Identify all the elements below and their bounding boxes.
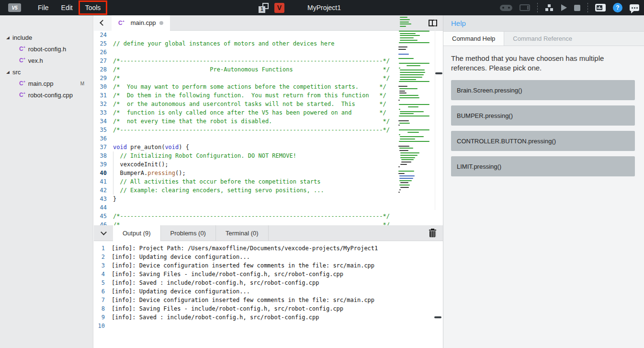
code-line: 46/* */ — [94, 220, 443, 225]
menu-tools[interactable]: Tools — [79, 1, 107, 14]
controller-icon[interactable] — [500, 5, 512, 11]
collapse-panel-button[interactable] — [94, 232, 113, 234]
output-scroll-handle[interactable] — [434, 316, 441, 318]
output-panel: Output (9)Problems (0)Terminal (0) 1[inf… — [94, 225, 443, 348]
code-line: 30/* You may want to perform some action… — [94, 82, 443, 91]
code-text: /*--------------------------------------… — [113, 57, 390, 65]
code-line: 36 — [94, 134, 443, 143]
tab-main-cpp[interactable]: C+ main.cpp — [112, 15, 170, 31]
tab-output[interactable]: Output (9) — [113, 225, 161, 241]
line-number: 27 — [94, 57, 113, 65]
tools-highlight-annotation — [79, 0, 108, 15]
stop-icon[interactable] — [574, 5, 580, 11]
minimap-line — [400, 111, 424, 112]
cpp-file-icon: C+ — [118, 20, 124, 26]
output-line-number: 7 — [94, 296, 112, 304]
disclosure-triangle-icon: ◢ — [6, 35, 10, 40]
code-line: 34/* not every time that the robot is di… — [94, 117, 443, 126]
output-line: 4[info]: Saving Files - include/robot-co… — [94, 270, 443, 278]
code-area[interactable]: 2425// define your global instances of m… — [94, 31, 443, 225]
code-segment: /* Pre-Autonomous Functions */ — [113, 66, 390, 73]
minimap-line — [400, 136, 424, 137]
minimap-line — [399, 88, 417, 89]
run-play-icon[interactable] — [561, 4, 567, 11]
disclosure-triangle-icon: ◢ — [6, 70, 10, 74]
slot-number: 1 — [259, 6, 265, 13]
code-editor: C+ main.cpp 2425// define your global in… — [94, 15, 443, 225]
code-line: 37void pre_auton(void) { — [94, 143, 443, 151]
code-segment: void — [165, 144, 179, 151]
line-number: 33 — [94, 108, 113, 117]
minimap-line — [399, 31, 429, 32]
minimap-line — [399, 123, 410, 124]
code-line: 25// define your global instances of mot… — [94, 39, 443, 48]
reference-option-button[interactable]: Brain.Screen.pressing() — [451, 80, 635, 100]
file-robot-config-h[interactable]: C+robot-config.h — [0, 43, 93, 55]
tab-terminal[interactable]: Terminal (0) — [216, 225, 269, 241]
feedback-chat-icon[interactable] — [630, 4, 639, 11]
folder-include[interactable]: ◢include — [0, 32, 93, 43]
minimap-line — [398, 45, 433, 46]
minimap-line — [398, 51, 433, 52]
minimap-line — [400, 113, 414, 114]
reference-option-button[interactable]: BUMPER.pressing() — [451, 105, 635, 126]
menu-edit[interactable]: Edit — [55, 1, 79, 14]
output-line-text: [info]: Device configuration inserted fe… — [112, 261, 374, 270]
code-line: 28/* Pre-Autonomous Functions */ — [94, 65, 443, 74]
minimap-line — [398, 120, 409, 121]
minimap-line — [398, 100, 400, 101]
minimap[interactable] — [398, 17, 433, 205]
file-robot-config-cpp[interactable]: C+robot-config.cpp — [0, 89, 93, 101]
help-question-icon[interactable]: ? — [613, 3, 622, 12]
code-text: /* */ — [113, 220, 390, 225]
minimap-line — [400, 35, 420, 36]
reference-option-button[interactable]: CONTROLLER.BUTTON.pressing() — [451, 131, 635, 151]
help-tabs: Command HelpCommand Reference — [443, 32, 644, 46]
output-line: 8[info]: Saving Files - include/robot-co… — [94, 304, 443, 313]
devices-dice-icon[interactable] — [545, 4, 554, 12]
help-panel: Help Command HelpCommand Reference The m… — [443, 15, 644, 348]
editor-scroll-handle[interactable] — [435, 72, 442, 74]
line-number: 43 — [94, 195, 113, 203]
device-info-icon[interactable] — [595, 4, 606, 12]
brain-screen-icon[interactable] — [520, 4, 530, 11]
tab-problems[interactable]: Problems (0) — [161, 225, 216, 241]
minimap-line — [407, 132, 419, 133]
minimap-line — [398, 192, 400, 193]
clear-output-trash-icon[interactable] — [429, 229, 436, 237]
back-button[interactable] — [94, 15, 112, 31]
minimap-line — [399, 116, 429, 116]
output-line-number: 6 — [94, 287, 112, 296]
help-options: Brain.Screen.pressing()BUMPER.pressing()… — [451, 80, 636, 176]
line-number: 32 — [94, 100, 113, 108]
minimap-line — [399, 63, 429, 64]
help-tab-command-help[interactable]: Command Help — [443, 32, 504, 46]
output-line-number: 1 — [94, 244, 112, 253]
line-number: 46 — [94, 220, 113, 225]
help-tab-command-reference[interactable]: Command Reference — [504, 32, 581, 46]
minimap-line — [400, 37, 414, 38]
slot-selector-button[interactable]: 1 — [259, 3, 269, 13]
menu-file[interactable]: File — [32, 1, 55, 14]
brain-status-icon[interactable]: V — [274, 3, 284, 13]
output-line: 6[info]: Updating device configuration..… — [94, 287, 443, 296]
editor-tab-bar: C+ main.cpp — [94, 15, 443, 31]
minimap-line — [400, 152, 419, 153]
code-line: 38 // Initializing Robot Configuration. … — [94, 151, 443, 160]
code-segment: // All activities that occur before the … — [113, 178, 320, 185]
output-line-text: [info]: Saved : include/robot-config.h, … — [112, 278, 319, 287]
file-main-cpp[interactable]: C+main.cppM — [0, 78, 93, 89]
folder-name: include — [12, 34, 32, 41]
minimap-line — [398, 127, 433, 128]
chevron-left-icon — [100, 20, 106, 26]
minimap-line — [400, 164, 407, 165]
code-text: // Example: clearing encoders, setting s… — [113, 186, 324, 195]
project-name[interactable]: MyProject1 — [307, 4, 341, 12]
file-vex-h[interactable]: C+vex.h — [0, 55, 93, 66]
output-log[interactable]: 1[info]: Project Path: /Users/maxoffline… — [94, 241, 443, 348]
reference-option-button[interactable]: LIMIT.pressing() — [451, 156, 635, 176]
folder-src[interactable]: ◢src — [0, 66, 93, 78]
line-number: 38 — [94, 151, 113, 160]
editor-scrollbar[interactable] — [435, 15, 443, 210]
minimap-line — [398, 56, 433, 57]
